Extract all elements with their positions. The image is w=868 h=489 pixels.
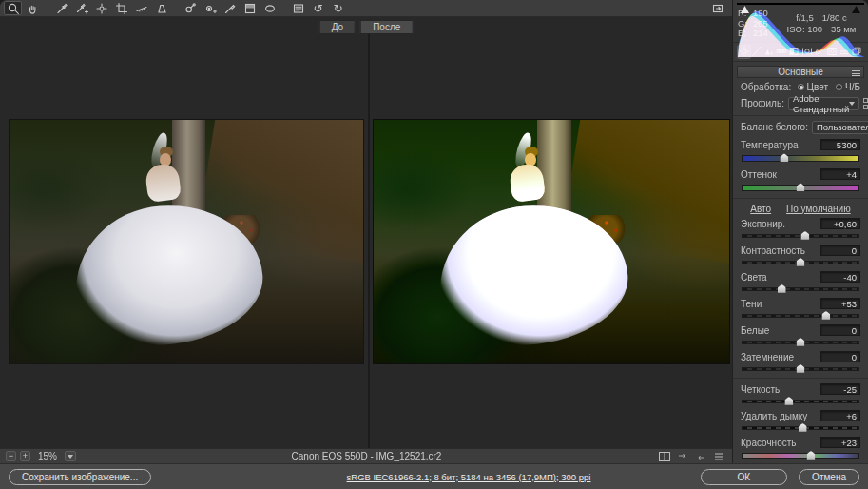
slider-track[interactable]: [742, 185, 859, 191]
slider-thumb[interactable]: [780, 153, 788, 162]
tab-after[interactable]: После: [360, 20, 413, 34]
auto-default-links: Авто По умолчанию: [741, 204, 860, 214]
slider-thumb[interactable]: [784, 397, 793, 405]
zoom-tool-icon[interactable]: [4, 1, 22, 15]
zoom-level-select[interactable]: 15%: [34, 451, 61, 461]
panel-menu-icon[interactable]: [852, 69, 860, 78]
zoom-level-value: 15%: [38, 451, 57, 461]
preferences-icon[interactable]: [289, 1, 307, 15]
radio-bw-label: Ч/Б: [845, 82, 860, 92]
zoom-in-button[interactable]: +: [20, 451, 30, 461]
slider-track[interactable]: [742, 155, 859, 162]
radio-color-dot: [798, 84, 804, 90]
slider-value-input[interactable]: +0,60: [820, 218, 860, 229]
tab-before[interactable]: До: [319, 20, 356, 34]
spot-removal-tool-icon[interactable]: [181, 1, 199, 15]
slider-label: Света: [741, 272, 767, 283]
rotate-left-icon[interactable]: ↺: [309, 1, 327, 15]
slider-track[interactable]: [742, 367, 859, 371]
zoom-out-button[interactable]: −: [6, 451, 16, 461]
slider-clarity: Четкость-25: [741, 383, 860, 403]
transform-tool-icon[interactable]: [152, 1, 170, 15]
slider-whites: Белые0: [741, 324, 860, 344]
cancel-button[interactable]: Отмена: [799, 469, 859, 485]
white-balance-select[interactable]: Пользовательский: [812, 121, 868, 134]
slider-value-input[interactable]: +23: [820, 437, 860, 448]
slider-track[interactable]: [742, 453, 859, 459]
slider-track[interactable]: [742, 234, 859, 238]
after-preview-image[interactable]: [374, 120, 729, 363]
radio-color[interactable]: Цвет: [798, 82, 828, 92]
slider-track[interactable]: [742, 287, 859, 291]
slider-value-input[interactable]: 0: [820, 324, 860, 336]
slider-label: Экспонир.: [741, 219, 785, 229]
fullscreen-toggle-icon[interactable]: [708, 1, 726, 15]
slider-track[interactable]: [742, 314, 859, 318]
slider-value-input[interactable]: +6: [820, 410, 860, 421]
hand-tool-icon[interactable]: [24, 1, 42, 15]
slider-thumb[interactable]: [821, 311, 830, 320]
toolbar: ↺ ↻: [0, 0, 732, 17]
white-balance-row: Баланс белого: Пользовательский: [741, 121, 860, 134]
slider-thumb[interactable]: [797, 183, 805, 191]
profile-select[interactable]: Adobe Стандартный: [788, 97, 859, 110]
statusbar: − + 15% Canon EOS 550D - IMG_12521.cr2: [0, 448, 732, 463]
slider-track[interactable]: [742, 341, 859, 344]
adjustment-brush-tool-icon[interactable]: [221, 1, 239, 15]
targeted-adjustment-tool-icon[interactable]: [92, 1, 110, 15]
camera-raw-window: ↺ ↻ До После: [0, 0, 868, 489]
default-link[interactable]: По умолчанию: [786, 204, 851, 214]
slider-value-input[interactable]: 0: [820, 351, 860, 362]
auto-link[interactable]: Авто: [750, 204, 771, 214]
radio-color-label: Цвет: [807, 82, 828, 92]
before-preview-image[interactable]: [10, 120, 363, 363]
radio-bw-dot: [836, 84, 842, 90]
preview-menu-icon[interactable]: [711, 450, 726, 462]
slider-value-input[interactable]: +53: [820, 298, 860, 309]
before-after-view-icon[interactable]: [657, 450, 672, 462]
save-image-button[interactable]: Сохранить изображение...: [9, 469, 151, 485]
radio-bw[interactable]: Ч/Б: [836, 82, 860, 92]
slider-dehaze: Удалить дымку+6: [741, 410, 860, 430]
slider-thumb[interactable]: [800, 231, 809, 240]
slider-thumb[interactable]: [797, 258, 805, 266]
slider-highlights: Света-40: [741, 271, 860, 291]
slider-value-input[interactable]: -25: [820, 383, 860, 395]
slider-thumb[interactable]: [799, 423, 807, 432]
workflow-options-link[interactable]: sRGB IEC61966-2.1; 8 бит; 5184 на 3456 (…: [347, 472, 591, 482]
color-sampler-tool-icon[interactable]: [72, 1, 90, 15]
view-controls: [657, 450, 726, 462]
crop-tool-icon[interactable]: [112, 1, 130, 15]
radial-filter-tool-icon[interactable]: [260, 1, 279, 15]
slider-value-input[interactable]: +4: [820, 168, 860, 180]
straighten-tool-icon[interactable]: [132, 1, 150, 15]
slider-thumb[interactable]: [778, 284, 786, 293]
slider-thumb[interactable]: [806, 451, 815, 460]
slider-vibrance: Красочность+23: [741, 437, 860, 459]
slider-track[interactable]: [742, 261, 859, 264]
workarea: ↺ ↻ До После: [0, 0, 868, 463]
slider-label: Тени: [741, 299, 762, 309]
slider-thumb[interactable]: [797, 338, 805, 346]
slider-value-input[interactable]: 0: [820, 244, 860, 256]
slider-value-input[interactable]: 5300: [820, 139, 860, 150]
red-eye-tool-icon[interactable]: [201, 1, 219, 15]
ok-button[interactable]: ОК: [701, 469, 788, 485]
zoom-level-dropdown-button[interactable]: [65, 451, 76, 461]
rotate-right-icon[interactable]: ↻: [329, 1, 347, 15]
graduated-filter-tool-icon[interactable]: [241, 1, 259, 15]
divider: [733, 378, 868, 379]
white-balance-tool-icon[interactable]: [52, 1, 70, 15]
slider-value-input[interactable]: -40: [820, 271, 860, 283]
histogram: [737, 3, 864, 5]
profile-browser-icon[interactable]: [863, 98, 868, 109]
slider-thumb[interactable]: [797, 364, 805, 373]
slider-track[interactable]: [742, 426, 859, 430]
histogram-chart: [738, 4, 865, 57]
slider-track[interactable]: [742, 400, 859, 403]
profile-row: Профиль: Adobe Стандартный: [741, 97, 860, 110]
before-after-divider: [368, 33, 370, 448]
copy-settings-icon[interactable]: [693, 450, 708, 462]
white-balance-value: Пользовательский: [817, 122, 868, 132]
swap-before-after-icon[interactable]: [675, 450, 690, 462]
